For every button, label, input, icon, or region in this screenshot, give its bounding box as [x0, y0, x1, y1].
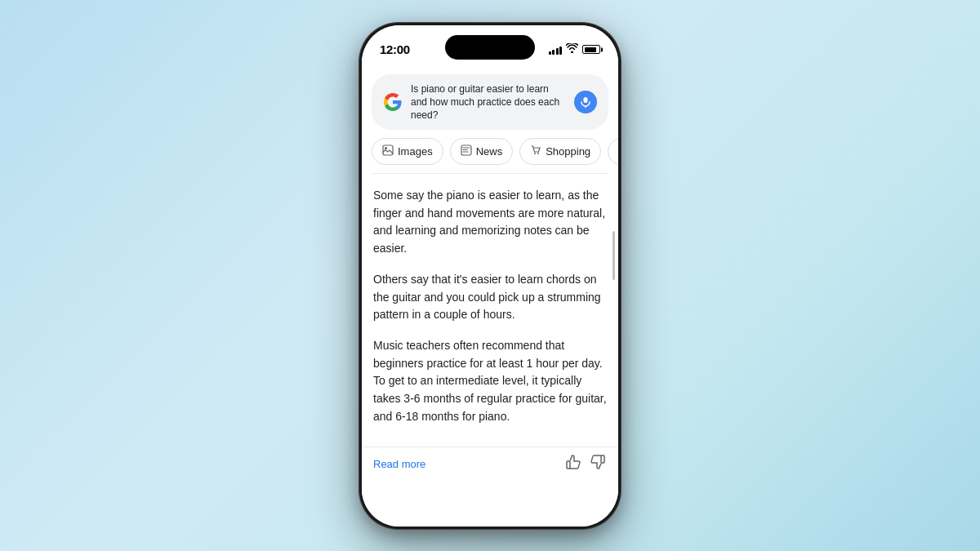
answer-paragraph-3: Music teachers often recommend that begi…	[373, 337, 607, 425]
screen-content: Is piano or guitar easier to learn and h…	[362, 68, 618, 527]
signal-icon	[549, 45, 563, 55]
search-bar[interactable]: Is piano or guitar easier to learn and h…	[372, 74, 608, 131]
tab-news[interactable]: News	[450, 138, 514, 165]
svg-point-8	[534, 153, 536, 154]
phone-screen: 12:00	[362, 25, 618, 527]
bottom-actions: Read more	[362, 447, 618, 482]
dynamic-island	[445, 35, 535, 60]
battery-icon	[582, 45, 600, 54]
feedback-icons	[564, 454, 607, 474]
images-tab-icon	[382, 144, 394, 158]
tab-videos[interactable]: Vid…	[608, 138, 618, 165]
shopping-tab-icon	[530, 144, 541, 158]
thumbs-down-icon[interactable]	[590, 454, 607, 474]
status-icons	[549, 43, 601, 56]
answer-paragraph-1: Some say the piano is easier to learn, a…	[373, 187, 607, 258]
answer-content: Some say the piano is easier to learn, a…	[362, 174, 618, 443]
scroll-indicator	[612, 231, 615, 280]
read-more-link[interactable]: Read more	[373, 458, 425, 470]
svg-point-3	[385, 147, 387, 149]
wifi-icon	[566, 43, 578, 56]
phone-wrapper: 12:00	[359, 23, 621, 529]
phone-frame: 12:00	[359, 23, 621, 529]
tab-news-label: News	[476, 145, 503, 158]
svg-rect-0	[584, 97, 588, 103]
thumbs-up-icon[interactable]	[564, 454, 581, 474]
tab-shopping[interactable]: Shopping	[519, 138, 601, 165]
mic-icon[interactable]	[574, 91, 597, 113]
news-tab-icon	[461, 144, 472, 158]
tab-images-label: Images	[398, 145, 433, 158]
answer-paragraph-2: Others say that it's easier to learn cho…	[373, 271, 607, 324]
search-query-text: Is piano or guitar easier to learn and h…	[411, 82, 566, 122]
svg-point-9	[537, 153, 539, 154]
filter-tabs: Images News	[362, 138, 618, 173]
google-logo	[383, 92, 403, 112]
tab-images[interactable]: Images	[372, 138, 443, 165]
status-time: 12:00	[380, 42, 410, 56]
tab-shopping-label: Shopping	[546, 145, 590, 158]
